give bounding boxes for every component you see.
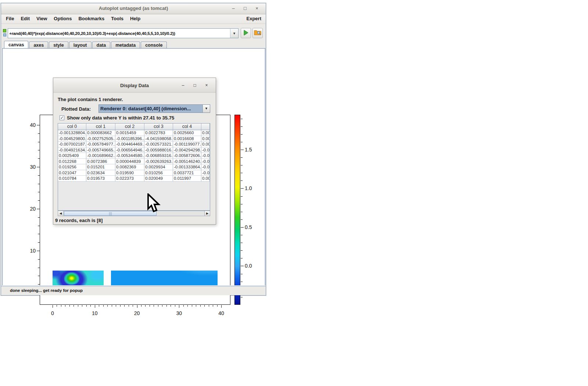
table-cell[interactable]: 0.00 [201, 176, 210, 182]
table-cell[interactable]: -0.0 [201, 159, 210, 165]
table-cell[interactable]: -0.002573321... [144, 142, 173, 147]
table-cell[interactable]: 0.012268 [58, 159, 86, 165]
dialog-maximize-button[interactable]: □ [191, 82, 199, 89]
tab-canvas[interactable]: canvas [4, 41, 28, 49]
colorbar[interactable] [234, 115, 240, 305]
table-row: 0.0192560.0152010.00823690.0029934-0.001… [58, 164, 210, 170]
table-cell[interactable]: -0.002752505... [86, 136, 115, 142]
table-cell[interactable]: -0.0 [201, 170, 210, 176]
expert-toggle[interactable]: Expert [247, 16, 261, 21]
dialog-close-button[interactable]: × [202, 82, 211, 89]
column-header[interactable]: col 4 [173, 124, 201, 130]
table-cell[interactable]: -0.006564946... [115, 147, 144, 153]
scrollbar-thumb[interactable] [64, 211, 157, 216]
uri-input[interactable] [8, 29, 230, 38]
table-cell[interactable]: 0.0025660 [173, 130, 201, 136]
table-cell[interactable]: -0.005872606... [173, 153, 201, 159]
table-cell[interactable]: 0.019590 [115, 170, 144, 176]
table-cell[interactable]: 0.010784 [58, 176, 86, 182]
table-cell[interactable]: -0.0 [201, 164, 210, 170]
table-cell[interactable]: -0.005146240... [173, 159, 201, 165]
tab-metadata[interactable]: metadata [111, 42, 140, 49]
menu-item-edit[interactable]: Edit [17, 14, 33, 23]
menu-item-bookmarks[interactable]: Bookmarks [75, 14, 108, 23]
tab-console[interactable]: console [141, 42, 167, 49]
dialog-titlebar[interactable]: Display Data – □ × [53, 78, 216, 93]
table-cell[interactable]: -4.041598058... [144, 136, 173, 142]
table-cell[interactable]: 0.0029934 [144, 164, 173, 170]
table-cell[interactable]: -0.001689662... [86, 153, 115, 159]
table-cell[interactable]: -0.001199077... [173, 142, 201, 147]
table-cell[interactable]: 0.00 [201, 142, 210, 147]
close-button[interactable]: × [252, 5, 261, 12]
table-cell[interactable]: 0.010256 [144, 170, 173, 176]
tab-layout[interactable]: layout [69, 42, 92, 49]
tab-data[interactable]: data [92, 42, 111, 49]
scroll-right-icon[interactable]: ▶ [204, 211, 210, 216]
axis-tick [241, 142, 243, 142]
table-cell[interactable]: -0.005749665... [86, 147, 115, 153]
datasource-green-icon[interactable] [3, 29, 6, 32]
table-cell[interactable]: 0.020049 [144, 176, 173, 182]
table-cell[interactable]: -0.001333864... [173, 164, 201, 170]
table-cell[interactable]: 0.00 [201, 136, 210, 142]
table-cell[interactable]: -0.004529800... [58, 136, 86, 142]
table-cell[interactable]: 0.021047 [58, 170, 86, 176]
table-cell[interactable]: -0.0 [201, 153, 210, 159]
table-cell[interactable]: -0.004921634... [58, 147, 86, 153]
column-header[interactable]: col 2 [115, 124, 144, 130]
table-cell[interactable]: -0.005784977... [86, 142, 115, 147]
uri-dropdown-button[interactable]: ▼ [230, 29, 238, 38]
table-cell[interactable]: 0.0072386 [86, 159, 115, 165]
table-cell[interactable]: -0.001185396... [115, 136, 144, 142]
table-cell[interactable]: -0.005988016... [144, 147, 173, 153]
table-cell[interactable]: 0.0037721 [173, 170, 201, 176]
menu-item-options[interactable]: Options [50, 14, 75, 23]
table-cell[interactable]: 0.0015459 [115, 130, 144, 136]
datasource-blue-icon[interactable] [3, 33, 6, 36]
table-cell[interactable]: -0.005344580... [115, 153, 144, 159]
table-cell[interactable]: 0.0025409 [58, 153, 86, 159]
table-cell[interactable]: 0.019573 [86, 176, 115, 182]
table-cell[interactable]: -0.004464469... [115, 142, 144, 147]
table-cell[interactable]: -0.006859316... [144, 153, 173, 159]
maximize-button[interactable]: □ [241, 5, 250, 12]
axis-tick [90, 305, 91, 307]
table-cell[interactable]: -0.001328804... [58, 130, 86, 136]
table-cell[interactable]: 0.000083662 [86, 130, 115, 136]
table-cell[interactable]: 0.0082369 [115, 164, 144, 170]
tab-style[interactable]: style [49, 42, 68, 49]
column-header[interactable]: col 1 [86, 124, 115, 130]
tab-axes[interactable]: axes [29, 42, 48, 49]
column-header[interactable] [201, 124, 210, 130]
scroll-left-icon[interactable]: ◀ [58, 211, 64, 216]
horizontal-scrollbar[interactable]: ◀ ▶ [58, 211, 210, 216]
table-cell[interactable]: 0.0022783 [144, 130, 173, 136]
plotted-data-combobox[interactable]: Renderer 0: dataset[40,40] (dimension...… [98, 104, 210, 113]
table-cell[interactable]: 0.019256 [58, 164, 86, 170]
table-cell[interactable]: 0.0016608 [173, 136, 201, 142]
chevron-down-icon[interactable]: ▼ [202, 105, 210, 112]
go-button[interactable] [241, 28, 251, 38]
table-cell[interactable]: -0.0 [201, 147, 210, 153]
table-cell[interactable]: 0.015201 [86, 164, 115, 170]
dialog-minimize-button[interactable]: – [179, 82, 187, 89]
filter-checkbox[interactable]: ✓ [60, 115, 64, 120]
table-cell[interactable]: 0.000044839 [115, 159, 144, 165]
menu-item-file[interactable]: File [3, 14, 17, 23]
table-cell[interactable]: -0.007002187... [58, 142, 86, 147]
table-cell[interactable]: -0.002639263... [144, 159, 173, 165]
table-cell[interactable]: 0.00 [201, 130, 210, 136]
window-titlebar[interactable]: Autoplot untagged (as tomcat) – □ × [1, 3, 266, 14]
column-header[interactable]: col 3 [144, 124, 173, 130]
table-cell[interactable]: 0.022373 [115, 176, 144, 182]
inspect-uri-button[interactable] [252, 28, 263, 38]
menu-item-view[interactable]: View [33, 14, 50, 23]
table-cell[interactable]: 0.011997 [173, 176, 201, 182]
column-header[interactable]: col 0 [58, 124, 86, 130]
menu-item-tools[interactable]: Tools [108, 14, 127, 23]
minimize-button[interactable]: – [229, 5, 238, 12]
table-cell[interactable]: 0.023634 [86, 170, 115, 176]
menu-item-help[interactable]: Help [127, 14, 144, 23]
table-cell[interactable]: -0.004294298... [173, 147, 201, 153]
